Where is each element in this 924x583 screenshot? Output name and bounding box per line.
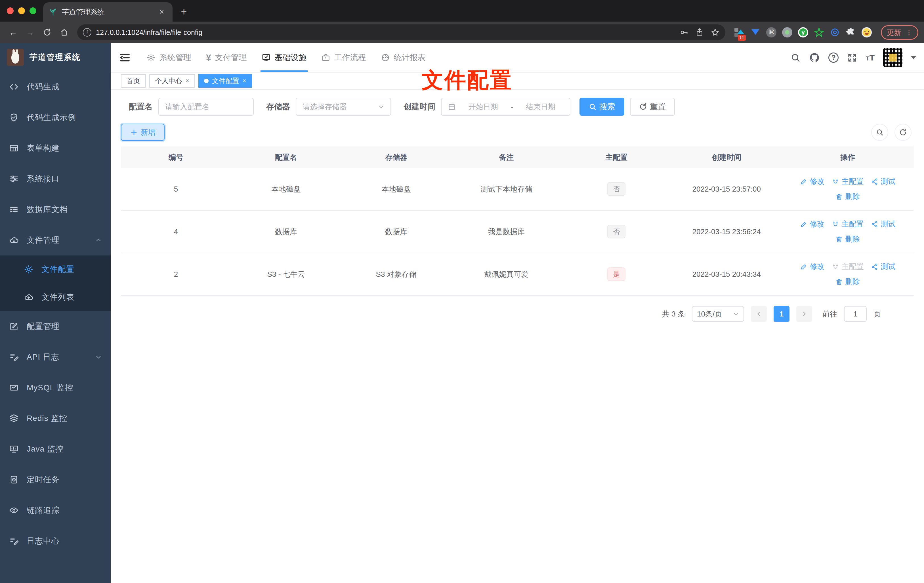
close-window-button[interactable] [7, 7, 13, 14]
top-menu-label: 系统管理 [160, 52, 191, 63]
home-button[interactable] [57, 25, 71, 40]
delete-link[interactable]: 删除 [835, 192, 860, 201]
sidebar-item-system-api[interactable]: 系统接口 [0, 164, 111, 194]
extension-gem-icon[interactable] [750, 27, 761, 38]
sidebar-item-file-list[interactable]: 文件列表 [0, 283, 111, 311]
search-button[interactable]: 搜索 [579, 97, 624, 116]
tag-close-icon[interactable]: × [186, 77, 189, 84]
next-page-button[interactable] [796, 306, 812, 322]
sidebar-item-db-doc[interactable]: 数据库文档 [0, 194, 111, 225]
start-date-placeholder[interactable]: 开始日期 [460, 102, 506, 112]
site-info-icon[interactable]: i [83, 28, 91, 36]
sidebar-item-log-center[interactable]: 日志中心 [0, 526, 111, 556]
top-menu-payment[interactable]: ¥ 支付管理 [199, 43, 254, 72]
tag-chip-home[interactable]: 首页 [121, 74, 146, 88]
reload-button[interactable] [40, 25, 54, 40]
add-button[interactable]: 新增 [121, 124, 165, 141]
sidebar-item-file-config[interactable]: 文件配置 [0, 256, 111, 283]
edit-link[interactable]: 修改 [800, 262, 824, 272]
extensions-puzzle-icon[interactable] [846, 27, 856, 38]
fullscreen-icon[interactable] [847, 53, 857, 63]
sidebar-item-config-management[interactable]: 配置管理 [0, 311, 111, 342]
help-icon[interactable]: ? [828, 53, 838, 63]
password-key-icon[interactable] [680, 28, 688, 37]
delete-link[interactable]: 删除 [835, 277, 860, 287]
config-name-input[interactable] [158, 97, 254, 116]
page-number-1[interactable]: 1 [774, 306, 789, 322]
edit-link[interactable]: 修改 [800, 219, 824, 229]
top-menu-infrastructure[interactable]: 基础设施 [254, 43, 314, 72]
sidebar-item-api-log[interactable]: API 日志 [0, 342, 111, 372]
page-label: 页 [873, 309, 881, 319]
browser-update-button[interactable]: 更新 ⋮ [881, 25, 918, 40]
end-date-placeholder[interactable]: 结束日期 [518, 102, 564, 112]
tag-chip-profile[interactable]: 个人中心 × [149, 74, 195, 88]
sidebar-item-form-builder[interactable]: 表单构建 [0, 133, 111, 164]
master-config-link[interactable]: 主配置 [832, 177, 863, 187]
refresh-table-button[interactable] [894, 124, 911, 141]
test-link[interactable]: 测试 [871, 177, 895, 187]
filter-time-label: 创建时间 [404, 101, 435, 112]
extension-record-icon[interactable] [782, 27, 792, 38]
avatar-caret-icon[interactable] [911, 56, 916, 59]
master-config-link[interactable]: 主配置 [832, 219, 863, 229]
extension-star-icon[interactable] [814, 27, 824, 38]
tab-close-icon[interactable]: × [157, 7, 167, 17]
show-search-toggle-button[interactable] [871, 124, 888, 141]
github-icon[interactable] [809, 52, 820, 63]
sidebar-collapse-icon[interactable] [119, 51, 131, 64]
sidebar-item-code-example[interactable]: 代码生成示例 [0, 102, 111, 133]
shield-check-icon [9, 113, 19, 122]
url-text[interactable]: 127.0.0.1:1024/infra/file/file-config [96, 28, 675, 36]
goto-page-input[interactable] [844, 306, 867, 322]
browser-menu-icon[interactable]: ⋮ [906, 28, 912, 36]
date-range-picker[interactable]: 开始日期 - 结束日期 [441, 97, 571, 116]
page-size-select[interactable]: 10条/页 [692, 306, 744, 322]
share-nodes-icon [871, 263, 878, 271]
sidebar-item-mysql-monitor[interactable]: MySQL 监控 [0, 372, 111, 403]
sidebar-item-file-management[interactable]: 文件管理 [0, 225, 111, 256]
back-button[interactable]: ← [6, 25, 20, 40]
sidebar-item-scheduled-tasks[interactable]: 定时任务 [0, 464, 111, 495]
reset-button[interactable]: 重置 [630, 97, 675, 116]
share-icon[interactable] [695, 28, 704, 36]
app-logo[interactable]: 芋道管理系统 [0, 43, 111, 71]
top-menu-workflow[interactable]: 工作流程 [314, 43, 373, 72]
sidebar-item-code-generation[interactable]: 代码生成 [0, 71, 111, 102]
tag-close-icon[interactable]: × [243, 77, 246, 84]
avatar-qr[interactable] [883, 48, 903, 67]
profile-emoji-icon[interactable] [861, 27, 872, 38]
col-header-actions: 操作 [782, 152, 914, 162]
refresh-icon [899, 128, 907, 136]
delete-link[interactable]: 删除 [835, 234, 860, 244]
pagination-total: 共 3 条 [662, 309, 685, 319]
extension-y-icon[interactable]: y [798, 27, 808, 38]
top-menu-system[interactable]: 系统管理 [139, 43, 199, 72]
sidebar-item-redis-monitor[interactable]: Redis 监控 [0, 403, 111, 434]
minimize-window-button[interactable] [18, 7, 25, 14]
tag-chip-file-config[interactable]: 文件配置 × [198, 74, 252, 88]
goto-label: 前往 [822, 309, 837, 319]
test-link[interactable]: 测试 [871, 219, 895, 229]
extension-diamond-icon[interactable]: 11 [734, 27, 745, 38]
top-menu-label: 工作流程 [334, 52, 366, 63]
browser-tab[interactable]: 芋道管理系统 × [43, 2, 173, 21]
config-name-input-field[interactable] [165, 102, 247, 111]
new-tab-button[interactable]: + [176, 4, 192, 20]
search-icon[interactable] [790, 53, 800, 63]
extension-command-icon[interactable]: ⌘ [766, 27, 776, 38]
font-size-icon[interactable]: TT [866, 53, 874, 63]
sidebar-item-java-monitor[interactable]: Java 监控 [0, 434, 111, 464]
sidebar-item-tracing[interactable]: 链路追踪 [0, 495, 111, 526]
address-bar[interactable]: i 127.0.0.1:1024/infra/file/file-config [77, 25, 725, 40]
master-config-link-disabled: 主配置 [832, 262, 863, 272]
extension-eye-icon[interactable] [830, 27, 840, 38]
storage-select[interactable]: 请选择存储器 [296, 97, 391, 116]
forward-button[interactable]: → [23, 25, 38, 40]
test-link[interactable]: 测试 [871, 262, 895, 272]
bookmark-star-icon[interactable] [711, 28, 720, 37]
maximize-window-button[interactable] [30, 7, 36, 14]
prev-page-button[interactable] [751, 306, 767, 322]
window-controls[interactable] [0, 0, 43, 21]
edit-link[interactable]: 修改 [800, 177, 824, 187]
